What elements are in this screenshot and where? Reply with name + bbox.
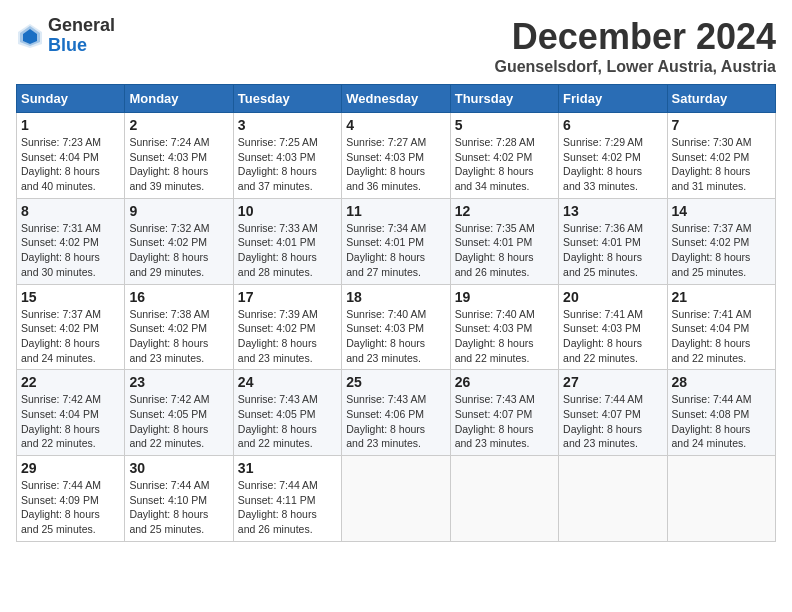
day-info: Sunrise: 7:40 AM Sunset: 4:03 PM Dayligh… [346, 307, 445, 366]
calendar-day-header: Thursday [450, 85, 558, 113]
calendar-day-header: Wednesday [342, 85, 450, 113]
calendar-cell [450, 456, 558, 542]
day-number: 8 [21, 203, 120, 219]
calendar-cell: 2Sunrise: 7:24 AM Sunset: 4:03 PM Daylig… [125, 113, 233, 199]
day-info: Sunrise: 7:44 AM Sunset: 4:08 PM Dayligh… [672, 392, 771, 451]
day-info: Sunrise: 7:40 AM Sunset: 4:03 PM Dayligh… [455, 307, 554, 366]
calendar-cell: 20Sunrise: 7:41 AM Sunset: 4:03 PM Dayli… [559, 284, 667, 370]
calendar-cell: 16Sunrise: 7:38 AM Sunset: 4:02 PM Dayli… [125, 284, 233, 370]
day-number: 14 [672, 203, 771, 219]
day-info: Sunrise: 7:44 AM Sunset: 4:07 PM Dayligh… [563, 392, 662, 451]
calendar-cell: 10Sunrise: 7:33 AM Sunset: 4:01 PM Dayli… [233, 198, 341, 284]
calendar-cell [342, 456, 450, 542]
calendar-cell: 26Sunrise: 7:43 AM Sunset: 4:07 PM Dayli… [450, 370, 558, 456]
day-number: 15 [21, 289, 120, 305]
day-number: 24 [238, 374, 337, 390]
calendar-cell: 4Sunrise: 7:27 AM Sunset: 4:03 PM Daylig… [342, 113, 450, 199]
day-info: Sunrise: 7:44 AM Sunset: 4:09 PM Dayligh… [21, 478, 120, 537]
day-info: Sunrise: 7:24 AM Sunset: 4:03 PM Dayligh… [129, 135, 228, 194]
page-header: General Blue December 2024 Guenselsdorf,… [16, 16, 776, 76]
day-info: Sunrise: 7:25 AM Sunset: 4:03 PM Dayligh… [238, 135, 337, 194]
day-info: Sunrise: 7:42 AM Sunset: 4:05 PM Dayligh… [129, 392, 228, 451]
calendar-cell: 15Sunrise: 7:37 AM Sunset: 4:02 PM Dayli… [17, 284, 125, 370]
day-number: 7 [672, 117, 771, 133]
day-number: 13 [563, 203, 662, 219]
calendar-cell: 1Sunrise: 7:23 AM Sunset: 4:04 PM Daylig… [17, 113, 125, 199]
day-info: Sunrise: 7:43 AM Sunset: 4:06 PM Dayligh… [346, 392, 445, 451]
calendar-cell [667, 456, 775, 542]
day-info: Sunrise: 7:42 AM Sunset: 4:04 PM Dayligh… [21, 392, 120, 451]
day-number: 10 [238, 203, 337, 219]
calendar-cell: 28Sunrise: 7:44 AM Sunset: 4:08 PM Dayli… [667, 370, 775, 456]
calendar-cell: 21Sunrise: 7:41 AM Sunset: 4:04 PM Dayli… [667, 284, 775, 370]
calendar-cell: 29Sunrise: 7:44 AM Sunset: 4:09 PM Dayli… [17, 456, 125, 542]
calendar-cell: 27Sunrise: 7:44 AM Sunset: 4:07 PM Dayli… [559, 370, 667, 456]
day-info: Sunrise: 7:37 AM Sunset: 4:02 PM Dayligh… [672, 221, 771, 280]
day-info: Sunrise: 7:30 AM Sunset: 4:02 PM Dayligh… [672, 135, 771, 194]
calendar-cell: 5Sunrise: 7:28 AM Sunset: 4:02 PM Daylig… [450, 113, 558, 199]
logo-icon [16, 22, 44, 50]
calendar-cell: 22Sunrise: 7:42 AM Sunset: 4:04 PM Dayli… [17, 370, 125, 456]
day-info: Sunrise: 7:43 AM Sunset: 4:05 PM Dayligh… [238, 392, 337, 451]
day-info: Sunrise: 7:34 AM Sunset: 4:01 PM Dayligh… [346, 221, 445, 280]
calendar-table: SundayMondayTuesdayWednesdayThursdayFrid… [16, 84, 776, 542]
calendar-cell: 8Sunrise: 7:31 AM Sunset: 4:02 PM Daylig… [17, 198, 125, 284]
day-info: Sunrise: 7:43 AM Sunset: 4:07 PM Dayligh… [455, 392, 554, 451]
calendar-cell: 11Sunrise: 7:34 AM Sunset: 4:01 PM Dayli… [342, 198, 450, 284]
calendar-day-header: Tuesday [233, 85, 341, 113]
calendar-cell: 13Sunrise: 7:36 AM Sunset: 4:01 PM Dayli… [559, 198, 667, 284]
day-number: 3 [238, 117, 337, 133]
day-number: 29 [21, 460, 120, 476]
day-number: 1 [21, 117, 120, 133]
location-subtitle: Guenselsdorf, Lower Austria, Austria [494, 58, 776, 76]
day-number: 22 [21, 374, 120, 390]
day-info: Sunrise: 7:44 AM Sunset: 4:10 PM Dayligh… [129, 478, 228, 537]
day-number: 28 [672, 374, 771, 390]
day-number: 27 [563, 374, 662, 390]
day-number: 31 [238, 460, 337, 476]
day-number: 16 [129, 289, 228, 305]
calendar-week-row: 29Sunrise: 7:44 AM Sunset: 4:09 PM Dayli… [17, 456, 776, 542]
calendar-day-header: Monday [125, 85, 233, 113]
day-number: 17 [238, 289, 337, 305]
calendar-cell: 7Sunrise: 7:30 AM Sunset: 4:02 PM Daylig… [667, 113, 775, 199]
calendar-week-row: 15Sunrise: 7:37 AM Sunset: 4:02 PM Dayli… [17, 284, 776, 370]
day-number: 20 [563, 289, 662, 305]
calendar-cell: 19Sunrise: 7:40 AM Sunset: 4:03 PM Dayli… [450, 284, 558, 370]
day-number: 30 [129, 460, 228, 476]
day-number: 18 [346, 289, 445, 305]
day-info: Sunrise: 7:27 AM Sunset: 4:03 PM Dayligh… [346, 135, 445, 194]
day-info: Sunrise: 7:37 AM Sunset: 4:02 PM Dayligh… [21, 307, 120, 366]
calendar-header-row: SundayMondayTuesdayWednesdayThursdayFrid… [17, 85, 776, 113]
day-info: Sunrise: 7:33 AM Sunset: 4:01 PM Dayligh… [238, 221, 337, 280]
calendar-cell: 12Sunrise: 7:35 AM Sunset: 4:01 PM Dayli… [450, 198, 558, 284]
day-number: 12 [455, 203, 554, 219]
calendar-cell: 17Sunrise: 7:39 AM Sunset: 4:02 PM Dayli… [233, 284, 341, 370]
calendar-cell: 23Sunrise: 7:42 AM Sunset: 4:05 PM Dayli… [125, 370, 233, 456]
day-info: Sunrise: 7:28 AM Sunset: 4:02 PM Dayligh… [455, 135, 554, 194]
calendar-cell: 3Sunrise: 7:25 AM Sunset: 4:03 PM Daylig… [233, 113, 341, 199]
title-area: December 2024 Guenselsdorf, Lower Austri… [494, 16, 776, 76]
day-number: 6 [563, 117, 662, 133]
day-info: Sunrise: 7:32 AM Sunset: 4:02 PM Dayligh… [129, 221, 228, 280]
calendar-cell: 9Sunrise: 7:32 AM Sunset: 4:02 PM Daylig… [125, 198, 233, 284]
calendar-day-header: Saturday [667, 85, 775, 113]
logo: General Blue [16, 16, 115, 56]
calendar-cell [559, 456, 667, 542]
day-number: 2 [129, 117, 228, 133]
calendar-cell: 14Sunrise: 7:37 AM Sunset: 4:02 PM Dayli… [667, 198, 775, 284]
day-info: Sunrise: 7:44 AM Sunset: 4:11 PM Dayligh… [238, 478, 337, 537]
calendar-day-header: Friday [559, 85, 667, 113]
day-info: Sunrise: 7:41 AM Sunset: 4:04 PM Dayligh… [672, 307, 771, 366]
day-info: Sunrise: 7:36 AM Sunset: 4:01 PM Dayligh… [563, 221, 662, 280]
calendar-cell: 30Sunrise: 7:44 AM Sunset: 4:10 PM Dayli… [125, 456, 233, 542]
day-number: 23 [129, 374, 228, 390]
calendar-day-header: Sunday [17, 85, 125, 113]
month-title: December 2024 [494, 16, 776, 58]
calendar-week-row: 1Sunrise: 7:23 AM Sunset: 4:04 PM Daylig… [17, 113, 776, 199]
day-info: Sunrise: 7:41 AM Sunset: 4:03 PM Dayligh… [563, 307, 662, 366]
day-info: Sunrise: 7:31 AM Sunset: 4:02 PM Dayligh… [21, 221, 120, 280]
day-number: 25 [346, 374, 445, 390]
calendar-cell: 24Sunrise: 7:43 AM Sunset: 4:05 PM Dayli… [233, 370, 341, 456]
day-info: Sunrise: 7:39 AM Sunset: 4:02 PM Dayligh… [238, 307, 337, 366]
